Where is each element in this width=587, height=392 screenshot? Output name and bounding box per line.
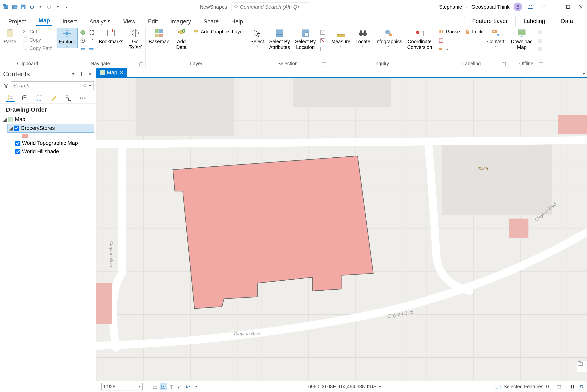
layer-world-hillshade[interactable]: World Hillshade: [14, 147, 94, 156]
tab-view[interactable]: View: [121, 17, 138, 26]
snapping-icon[interactable]: [160, 383, 167, 390]
scale-selector[interactable]: 1:928: [101, 383, 143, 390]
qat-customize-icon[interactable]: [62, 3, 70, 11]
layer-world-topo[interactable]: World Topographic Map: [14, 139, 94, 147]
paste-button[interactable]: Paste: [1, 28, 19, 48]
maximize-icon[interactable]: [564, 2, 573, 11]
contents-search-input[interactable]: [13, 83, 83, 89]
correction-icon[interactable]: [176, 383, 183, 390]
close-tab-icon[interactable]: ✕: [119, 69, 124, 76]
pause-labeling-button[interactable]: Pause: [437, 28, 462, 36]
measure-button[interactable]: Measure: [329, 28, 352, 48]
list-source-icon[interactable]: [20, 94, 29, 102]
next-extent-button[interactable]: [88, 46, 96, 52]
view-unplaced-button[interactable]: [437, 37, 462, 44]
list-more-icon[interactable]: ⋯: [78, 94, 87, 102]
redo-icon[interactable]: [45, 3, 53, 11]
contents-search[interactable]: [11, 81, 94, 90]
add-data-button[interactable]: Add Data: [172, 28, 190, 51]
filter-icon[interactable]: [2, 82, 10, 90]
catalog-pane-icon[interactable]: [555, 383, 563, 390]
expander-icon[interactable]: ◢: [9, 125, 12, 131]
fixed-zoom-out-button[interactable]: [88, 37, 96, 44]
tab-insert[interactable]: Insert: [60, 17, 79, 26]
offline-opt-3[interactable]: [536, 46, 544, 52]
undo-icon[interactable]: [28, 3, 36, 11]
inference-icon[interactable]: [168, 383, 175, 390]
sel-opt-3-button[interactable]: [319, 46, 327, 52]
redo-dropdown-icon[interactable]: [54, 3, 62, 11]
catalog-tab-icon[interactable]: [577, 360, 587, 372]
pane-pin-icon[interactable]: [78, 71, 85, 77]
undo-dropdown-icon[interactable]: [36, 3, 44, 11]
close-icon[interactable]: [577, 2, 585, 11]
command-search-input[interactable]: [240, 4, 307, 10]
lock-labeling-button[interactable]: Lock: [463, 28, 484, 36]
dynamic-constraints-icon[interactable]: N: [184, 383, 191, 390]
more-labeling-button[interactable]: [437, 46, 462, 54]
chevron-down-icon[interactable]: [88, 84, 91, 87]
infographics-button[interactable]: Infographics: [373, 28, 404, 48]
prev-extent-button[interactable]: [79, 46, 87, 52]
explore-button[interactable]: Explore: [56, 28, 78, 48]
cut-button[interactable]: ✂Cut: [20, 28, 54, 36]
select-by-attributes-button[interactable]: Select By Attributes: [267, 28, 292, 51]
tab-imagery[interactable]: Imagery: [168, 17, 193, 26]
coordinate-display[interactable]: 696,000.08E 914,494.38N ftUS: [308, 384, 382, 390]
user-avatar-icon[interactable]: [514, 2, 522, 11]
basemap-button[interactable]: Basemap: [147, 28, 171, 48]
tab-edit[interactable]: Edit: [146, 17, 160, 26]
full-extent-button[interactable]: [79, 29, 87, 36]
tab-project[interactable]: Project: [6, 17, 28, 26]
layer-visibility-checkbox[interactable]: [15, 141, 20, 146]
selection-chip-icon[interactable]: [495, 383, 502, 390]
tab-share[interactable]: Share: [201, 17, 221, 26]
navigate-launcher-icon[interactable]: [139, 62, 143, 66]
sel-opt-1-button[interactable]: [319, 29, 327, 36]
layer-grocerystores[interactable]: ◢ GroceryStores: [7, 124, 94, 133]
labeling-launcher-icon[interactable]: [502, 62, 506, 66]
offline-opt-1[interactable]: [536, 29, 544, 36]
convert-labels-button[interactable]: A Convert: [485, 28, 507, 48]
map-view-tab[interactable]: Map ✕: [96, 68, 127, 77]
add-graphics-layer-button[interactable]: Add Graphics Layer: [191, 28, 246, 36]
download-map-button[interactable]: Download Map: [509, 28, 535, 51]
select-by-location-button[interactable]: Select By Location: [293, 28, 318, 51]
constraints-dropdown-icon[interactable]: [193, 383, 200, 390]
notifications-icon[interactable]: [526, 2, 535, 11]
zoom-selection-button[interactable]: [79, 37, 87, 44]
selection-launcher-icon[interactable]: [322, 62, 326, 66]
bookmarks-button[interactable]: Bookmarks: [97, 28, 125, 48]
expander-icon[interactable]: ◢: [3, 116, 7, 122]
help-icon[interactable]: ?: [539, 2, 547, 11]
select-button[interactable]: Select: [248, 28, 266, 48]
symbol-swatch[interactable]: [22, 134, 28, 138]
pause-drawing-icon[interactable]: [569, 383, 576, 390]
pane-options-icon[interactable]: [70, 71, 76, 77]
copy-path-button[interactable]: Copy Path: [20, 44, 54, 52]
snap-grid-icon[interactable]: [151, 383, 158, 390]
goto-xy-button[interactable]: Go To XY: [126, 28, 144, 51]
tab-map[interactable]: Map: [36, 16, 52, 26]
pane-close-icon[interactable]: [87, 71, 93, 77]
open-project-icon[interactable]: [10, 3, 18, 11]
offline-launcher-icon[interactable]: [539, 62, 543, 66]
minimize-icon[interactable]: [551, 2, 560, 11]
new-project-icon[interactable]: [2, 3, 10, 11]
map-canvas[interactable]: Clayton Blvd Clayton Blvd Clayton Blvd C…: [96, 77, 587, 381]
chevron-down-icon[interactable]: [378, 386, 382, 388]
map-node[interactable]: ◢ Map: [2, 115, 94, 124]
offline-opt-2[interactable]: [536, 37, 544, 44]
list-selection-icon[interactable]: [35, 94, 44, 102]
save-icon[interactable]: [19, 3, 27, 11]
tab-analysis[interactable]: Analysis: [87, 17, 113, 26]
coord-conversion-button[interactable]: Coordinate Conversion: [405, 28, 434, 51]
tab-help[interactable]: Help: [229, 17, 245, 26]
list-drawing-order-icon[interactable]: [6, 94, 14, 102]
layer-visibility-checkbox[interactable]: [14, 126, 19, 131]
sel-opt-2-button[interactable]: [319, 37, 327, 44]
copy-button[interactable]: Copy: [20, 36, 54, 44]
tab-feature-layer[interactable]: Feature Layer: [464, 16, 516, 26]
list-snapping-icon[interactable]: [64, 94, 73, 102]
refresh-icon[interactable]: [578, 383, 585, 390]
